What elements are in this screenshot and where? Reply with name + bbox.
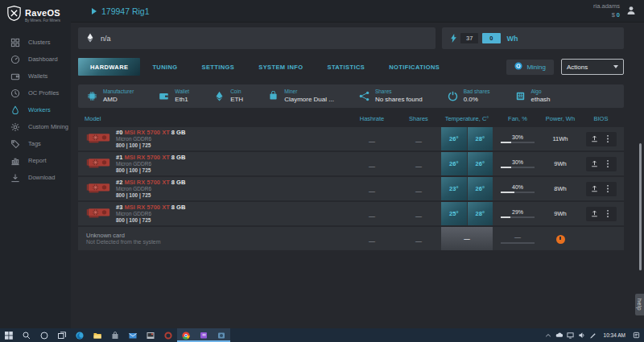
sidebar-item-workers[interactable]: Workers [0,101,71,118]
unknown-card-row[interactable]: Unknown card Not Detected from the syste… [78,227,624,250]
shares-value: — [415,163,422,170]
info-value: 0.0% [464,96,490,104]
dashboard-icon [10,55,20,64]
chevron-up-icon[interactable] [545,332,551,339]
monitor-icon[interactable] [567,332,574,339]
column-header-temperature-c: Temperature, C° [441,115,493,122]
clusters-icon [10,38,20,47]
power-value: 9Wh [543,160,578,167]
fan-value: 29% [512,209,523,215]
user-name: ria.adams [593,2,620,10]
raveos-app: RaveOS By Miners. For Miners ClustersDas… [0,0,644,342]
help-tab[interactable]: help [635,294,644,315]
shares-icon [359,91,369,101]
hashrate-value: — [369,163,375,170]
actions-dropdown[interactable]: Actions [561,59,624,75]
bios-upload-button[interactable] [588,207,601,221]
gpu-memory-size: 8 GB [171,129,186,136]
power-box: 37 0 Wh [442,27,624,49]
rig-title[interactable]: 179947 Rig1 [92,6,150,16]
sidebar-item-label: Download [28,174,55,181]
pen-icon[interactable] [589,332,597,339]
sidebar-item-custom-mining[interactable]: Custom Mining [0,118,71,135]
start-taskbar-button[interactable] [0,328,18,342]
search-taskbar-button[interactable] [18,328,35,342]
row-menu-button[interactable] [601,157,615,171]
sidebar-item-label: Report [28,157,47,164]
cortana-taskbar-button[interactable] [35,328,53,342]
shares-value: — [415,138,422,145]
info-item-bad-shares: Bad shares0.0% [448,89,490,104]
download-icon [10,173,20,183]
sidebar-item-label: Custom Mining [28,123,68,130]
sidebar-item-report[interactable]: Report [0,152,71,169]
gpu-clocks: 800 | 100 | 725 [116,217,185,224]
sidebar-item-dashboard[interactable]: Dashboard [0,51,71,68]
mail-taskbar-button[interactable] [124,328,142,342]
volume-icon[interactable] [578,332,585,339]
cloud-icon[interactable] [555,332,563,339]
gpu-row[interactable]: #3 MSI RX 5700 XT 8 GBMicron GDDR6800 | … [78,202,624,225]
scrollbar[interactable] [639,143,642,270]
sidebar-item-download[interactable]: Download [0,169,71,186]
tab-settings[interactable]: SETTINGS [190,58,247,76]
coin-value: n/a [101,35,111,43]
info-item-shares: SharesNo shares found [359,89,423,104]
info-label: Bad shares [464,89,490,95]
edge-taskbar-button[interactable] [71,328,89,342]
mining-button[interactable]: Mining [506,60,554,75]
app-purple-taskbar-button[interactable] [195,328,213,342]
row-menu-button[interactable] [601,207,615,221]
mining-label: Mining [526,64,546,71]
bios-upload-button[interactable] [588,157,601,171]
bios-upload-button[interactable] [588,132,601,146]
gpu-row[interactable]: #0 MSI RX 5700 XT 8 GBMicron GDDR6800 | … [78,127,624,150]
avatar[interactable] [626,4,636,19]
sidebar-item-label: OC Profiles [28,89,59,97]
shares-value: — [415,212,422,220]
row-menu-button[interactable] [601,182,615,196]
photos-taskbar-button[interactable] [142,328,159,342]
gpu-row[interactable]: #1 MSI RX 5700 XT 8 GBMicron GDDR6800 | … [78,152,624,175]
tab-actions: Mining Actions [506,59,624,75]
bios-upload-button[interactable] [588,182,601,196]
chrome-taskbar-button[interactable] [177,328,195,342]
sidebar-item-tags[interactable]: Tags [0,135,71,152]
raveos-logo[interactable]: RaveOS By Miners. For Miners [0,0,71,34]
row-menu-button[interactable] [601,132,615,146]
fan-bar [501,142,535,143]
store-taskbar-button[interactable] [106,328,124,342]
hashrate-value: — [369,237,375,245]
gpu-memory-type: Micron GDDR6 [116,186,185,192]
gpu-memory-type: Micron GDDR6 [116,211,185,217]
gpu-clocks: 800 | 100 | 725 [116,142,185,149]
tab-tuning[interactable]: TUNING [140,58,189,76]
browser-red-taskbar-button[interactable] [159,328,177,342]
core-temperature: 26° [441,152,467,175]
action-center-icon[interactable] [633,332,640,339]
sidebar-item-oc-profiles[interactable]: OC Profiles [0,84,71,101]
sidebar-item-wallets[interactable]: Wallets [0,68,71,84]
memory-temperature: 26° [468,152,493,175]
tab-notifications[interactable]: NOTIFICATIONS [377,58,452,76]
info-label: Coin [230,89,243,95]
tab-system-info[interactable]: SYSTEM INFO [246,58,315,76]
taskbar-clock[interactable]: 10:34 AM [601,332,629,338]
fan-bar [501,216,535,218]
play-icon [92,8,97,14]
mining-status-icon [514,62,522,72]
power-unit: Wh [507,35,518,43]
file-explorer-taskbar-button[interactable] [89,328,106,342]
task-view-taskbar-button[interactable] [53,328,71,342]
sidebar-item-clusters[interactable]: Clusters [0,34,71,51]
gpu-clocks: 800 | 100 | 725 [116,167,185,174]
fan-value: — [514,233,521,241]
tab-hardware[interactable]: HARDWARE [78,58,140,76]
user-menu[interactable]: ria.adams $0 [593,2,636,19]
gpu-row[interactable]: #2 MSI RX 5700 XT 8 GBMicron GDDR6800 | … [78,177,624,200]
memory-temperature: 28° [468,202,493,225]
app-blue-taskbar-button[interactable] [213,328,230,342]
tab-statistics[interactable]: STATISTICS [316,58,378,76]
info-item-miner: MinerClaymore Dual ... [268,89,334,104]
sidebar-menu: ClustersDashboardWalletsOC ProfilesWorke… [0,34,71,186]
